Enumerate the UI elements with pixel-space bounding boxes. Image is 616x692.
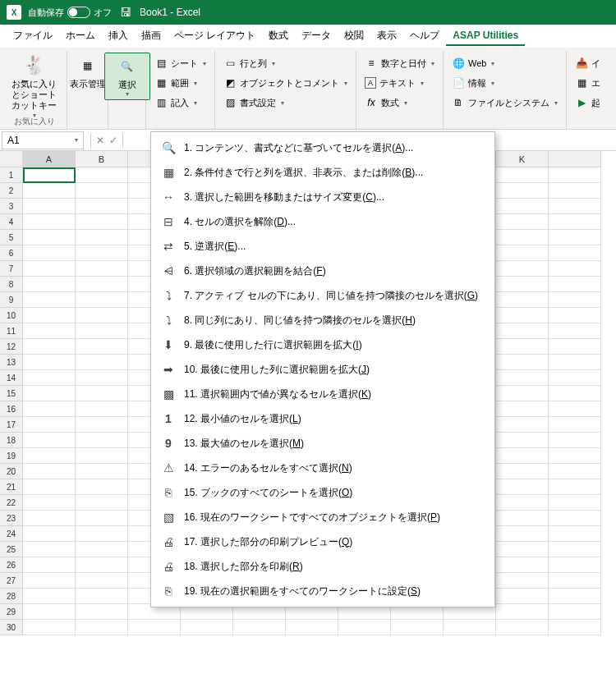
menu-item-10[interactable]: ➡10. 最後に使用した列に選択範囲を拡大(J) (151, 357, 494, 382)
row-header[interactable]: 8 (0, 277, 23, 292)
row-header[interactable]: 2 (0, 183, 23, 199)
cell[interactable] (76, 199, 128, 214)
cell[interactable] (76, 339, 128, 355)
row-header[interactable]: 3 (0, 199, 23, 214)
cell[interactable] (496, 526, 549, 542)
cell[interactable] (76, 573, 128, 589)
cell[interactable] (549, 199, 601, 214)
cell[interactable] (496, 464, 549, 479)
import-button[interactable]: 📥イ (572, 54, 604, 72)
cell[interactable] (23, 292, 76, 308)
cell[interactable] (23, 433, 76, 448)
cell[interactable] (76, 495, 128, 511)
cell[interactable] (549, 448, 601, 464)
row-header[interactable]: 13 (0, 355, 23, 370)
cell[interactable] (23, 495, 76, 511)
autosave-toggle[interactable]: 自動保存 オフ (28, 7, 112, 19)
cell[interactable] (549, 214, 601, 230)
cell[interactable] (549, 355, 601, 370)
tab-draw[interactable]: 描画 (135, 25, 168, 46)
cell[interactable] (76, 230, 128, 245)
row-header[interactable]: 9 (0, 292, 23, 308)
row-header[interactable]: 15 (0, 386, 23, 401)
cell[interactable] (549, 261, 601, 277)
cell[interactable] (76, 589, 128, 604)
cell[interactable] (496, 277, 549, 292)
row-header[interactable]: 28 (0, 589, 23, 604)
column-header[interactable]: A (23, 151, 76, 167)
menu-item-5[interactable]: ⇄5. 逆選択(E)... (151, 234, 494, 259)
cell[interactable] (549, 386, 601, 401)
numdate-button[interactable]: ≡数字と日付▾ (361, 54, 438, 72)
cell[interactable] (76, 604, 128, 620)
row-header[interactable]: 30 (0, 620, 23, 635)
cell[interactable] (549, 573, 601, 589)
cell[interactable] (23, 339, 76, 355)
cell[interactable] (496, 308, 549, 323)
cell[interactable] (549, 401, 601, 417)
row-header[interactable]: 5 (0, 230, 23, 245)
cell[interactable] (496, 230, 549, 245)
row-header[interactable]: 17 (0, 417, 23, 433)
menu-item-4[interactable]: ⊟4. セルの選択を解除(D)... (151, 209, 494, 234)
cell[interactable] (23, 542, 76, 557)
cell[interactable] (76, 433, 128, 448)
cell[interactable] (23, 370, 76, 386)
cell[interactable] (76, 448, 128, 464)
cell[interactable] (23, 479, 76, 495)
menu-item-9[interactable]: ⬇9. 最後に使用した行に選択範囲を拡大(I) (151, 332, 494, 357)
cell[interactable] (549, 339, 601, 355)
menu-item-15[interactable]: ⎘15. ブックのすべてのシートを選択(O) (151, 480, 494, 505)
cell[interactable] (76, 323, 128, 339)
tab-home[interactable]: ホーム (59, 25, 102, 46)
menu-item-17[interactable]: 🖨17. 選択した部分の印刷プレビュー(Q) (151, 529, 494, 554)
cell[interactable] (23, 573, 76, 589)
cell[interactable] (23, 464, 76, 479)
confirm-icon[interactable]: ✓ (109, 135, 117, 146)
objects-button[interactable]: ◩オブジェクトとコメント▾ (220, 74, 351, 92)
cell[interactable] (76, 526, 128, 542)
row-header[interactable]: 20 (0, 464, 23, 479)
cell[interactable] (549, 292, 601, 308)
cell[interactable] (128, 620, 181, 635)
cell[interactable] (76, 417, 128, 433)
row-header[interactable]: 10 (0, 308, 23, 323)
row-header[interactable]: 26 (0, 557, 23, 573)
name-box[interactable]: A1 ▾ (2, 131, 84, 149)
tab-asap-utilities[interactable]: ASAP Utilities (446, 26, 525, 46)
cell[interactable] (496, 199, 549, 214)
menu-item-1[interactable]: 🔍1. コンテンツ、書式などに基づいてセルを選択(A)... (151, 135, 494, 160)
row-header[interactable]: 22 (0, 495, 23, 511)
favorites-button[interactable]: 🐇 お気に入りとショートカットキー ▾ (7, 53, 62, 121)
cell[interactable] (23, 245, 76, 261)
cell[interactable] (496, 261, 549, 277)
cell[interactable] (76, 308, 128, 323)
cell[interactable] (549, 620, 601, 635)
menu-item-8[interactable]: ⤵8. 同じ列にあり、同じ値を持つ隣接のセルを選択(H) (151, 308, 494, 332)
cell[interactable] (496, 511, 549, 526)
cell[interactable] (76, 292, 128, 308)
cell[interactable] (549, 479, 601, 495)
cell[interactable] (76, 479, 128, 495)
cell[interactable] (496, 183, 549, 199)
cell[interactable] (549, 245, 601, 261)
menu-item-12[interactable]: 112. 最小値のセルを選択(L) (151, 406, 494, 431)
cell[interactable] (549, 604, 601, 620)
fx-button[interactable]: fx数式▾ (361, 94, 438, 112)
tab-formulas[interactable]: 数式 (262, 25, 295, 46)
tab-view[interactable]: 表示 (370, 25, 403, 46)
menu-item-13[interactable]: 913. 最大値のセルを選択(M) (151, 431, 494, 456)
cell[interactable] (496, 479, 549, 495)
start-button[interactable]: ▶起 (572, 94, 604, 112)
cell[interactable] (549, 495, 601, 511)
menu-item-18[interactable]: 🖨18. 選択した部分を印刷(R) (151, 554, 494, 579)
cell[interactable] (76, 245, 128, 261)
cell[interactable] (549, 589, 601, 604)
cell[interactable] (549, 526, 601, 542)
cell[interactable] (23, 230, 76, 245)
cell[interactable] (76, 277, 128, 292)
cell[interactable] (338, 620, 391, 635)
row-header[interactable]: 7 (0, 261, 23, 277)
cell[interactable] (496, 370, 549, 386)
cell[interactable] (496, 604, 549, 620)
